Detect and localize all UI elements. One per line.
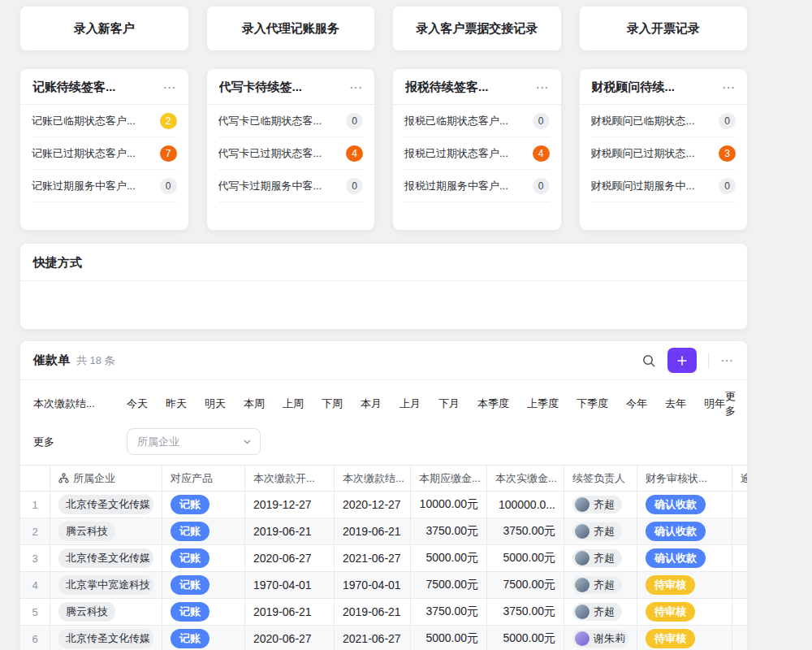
table-header-cell[interactable]: 财务审核状... bbox=[637, 466, 732, 491]
amount-due-cell[interactable]: 7500.00元 bbox=[411, 572, 487, 598]
status-badge[interactable]: 待审核 bbox=[646, 575, 695, 595]
end-date-cell[interactable]: 2020-12-27 bbox=[335, 492, 411, 518]
product-pill[interactable]: 记账 bbox=[171, 629, 209, 648]
end-date-cell[interactable]: 2019-06-21 bbox=[335, 599, 411, 625]
date-filter-option[interactable]: 明天 bbox=[205, 396, 226, 411]
status-badge[interactable]: 待审核 bbox=[646, 602, 695, 622]
company-pill[interactable]: 腾云科技 bbox=[58, 522, 115, 541]
stat-list-item[interactable]: 报税已过期状态客户...4 bbox=[404, 137, 550, 170]
stat-list-item[interactable]: 报税已临期状态客户...0 bbox=[404, 105, 550, 137]
table-header-cell[interactable]: 本次实缴金... bbox=[487, 466, 564, 491]
table-row[interactable]: 2腾云科技记账2019-06-212019-06-213750.00元3750.… bbox=[20, 518, 747, 545]
table-header-cell[interactable]: 对应产品 bbox=[162, 466, 245, 491]
company-pill[interactable]: 北京传圣文化传媒 bbox=[58, 495, 153, 514]
table-header-cell[interactable]: 所属企业 bbox=[50, 466, 162, 491]
owner-pill[interactable]: 齐超 bbox=[572, 576, 622, 594]
product-cell[interactable]: 记账 bbox=[162, 599, 245, 625]
company-cell[interactable]: 北京掌中宽途科技 bbox=[50, 572, 162, 598]
finance-status-cell[interactable]: 确认收款 bbox=[637, 545, 732, 571]
quick-action-button-2[interactable]: 录入代理记账服务 bbox=[207, 6, 375, 50]
company-pill[interactable]: 北京传圣文化传媒 bbox=[58, 629, 153, 648]
product-pill[interactable]: 记账 bbox=[171, 548, 209, 568]
amount-paid-cell[interactable]: 5000.00元 bbox=[487, 545, 564, 571]
company-pill[interactable]: 腾云科技 bbox=[58, 602, 115, 622]
amount-paid-cell[interactable]: 3750.00元 bbox=[487, 518, 564, 544]
stat-list-item[interactable]: 代写卡已临期状态客...0 bbox=[218, 105, 364, 137]
table-row[interactable]: 3北京传圣文化传媒记账2020-06-272021-06-275000.00元5… bbox=[20, 545, 747, 572]
date-filter-option[interactable]: 今天 bbox=[127, 396, 148, 411]
amount-due-cell[interactable]: 3750.00元 bbox=[411, 518, 487, 544]
owner-cell[interactable]: 齐超 bbox=[564, 572, 637, 598]
stat-list-item[interactable]: 代写卡已过期状态客...4 bbox=[218, 137, 364, 170]
stat-list-item[interactable]: 财税顾问已临期状态...0 bbox=[591, 105, 736, 137]
product-pill[interactable]: 记账 bbox=[171, 575, 209, 595]
date-filter-option[interactable]: 上月 bbox=[400, 396, 421, 411]
amount-paid-cell[interactable]: 3750.00元 bbox=[487, 599, 564, 625]
start-date-cell[interactable]: 2019-12-27 bbox=[245, 492, 335, 518]
amount-paid-cell[interactable]: 5000.00元 bbox=[487, 626, 564, 650]
table-header-cell[interactable]: 本次缴款开... bbox=[245, 466, 335, 491]
status-badge[interactable]: 确认收款 bbox=[646, 522, 706, 541]
status-badge[interactable]: 待审核 bbox=[646, 629, 695, 648]
more-icon[interactable]: ⋯ bbox=[163, 81, 177, 94]
quick-action-button-1[interactable]: 录入新客户 bbox=[20, 6, 188, 50]
start-date-cell[interactable]: 2020-06-27 bbox=[245, 626, 335, 650]
more-icon[interactable]: ⋯ bbox=[349, 81, 363, 94]
end-date-cell[interactable]: 2021-06-27 bbox=[335, 545, 411, 571]
product-pill[interactable]: 记账 bbox=[171, 522, 209, 541]
overdue-cell[interactable] bbox=[732, 626, 747, 650]
amount-paid-cell[interactable]: 7500.00元 bbox=[487, 572, 564, 598]
owner-pill[interactable]: 齐超 bbox=[572, 549, 622, 567]
stat-list-item[interactable]: 记账过期服务中客户...0 bbox=[32, 170, 177, 202]
amount-due-cell[interactable]: 3750.00元 bbox=[411, 599, 487, 625]
enterprise-select[interactable]: 所属企业 bbox=[127, 428, 261, 455]
finance-status-cell[interactable]: 待审核 bbox=[637, 626, 732, 650]
amount-due-cell[interactable]: 5000.00元 bbox=[411, 545, 487, 571]
overdue-cell[interactable] bbox=[732, 572, 747, 598]
end-date-cell[interactable]: 2021-06-27 bbox=[335, 626, 411, 650]
more-icon[interactable]: ⋯ bbox=[722, 81, 736, 94]
table-row[interactable]: 1北京传圣文化传媒记账2019-12-272020-12-2710000.00元… bbox=[20, 492, 747, 518]
date-filter-option[interactable]: 昨天 bbox=[166, 396, 187, 411]
date-filter-option[interactable]: 上季度 bbox=[527, 396, 559, 411]
amount-due-cell[interactable]: 10000.00元 bbox=[411, 492, 487, 518]
status-badge[interactable]: 确认收款 bbox=[646, 548, 706, 568]
table-row[interactable]: 6北京传圣文化传媒记账2020-06-272021-06-275000.00元5… bbox=[20, 626, 747, 650]
amount-paid-cell[interactable]: 100000.0... bbox=[487, 492, 564, 518]
date-filter-option[interactable]: 本月 bbox=[361, 396, 382, 411]
date-filter-option[interactable]: 下周 bbox=[322, 396, 343, 411]
start-date-cell[interactable]: 2019-06-21 bbox=[245, 599, 335, 625]
table-header-cell[interactable] bbox=[20, 466, 50, 491]
owner-pill[interactable]: 谢朱莉 bbox=[572, 630, 628, 648]
start-date-cell[interactable]: 2019-06-21 bbox=[245, 518, 335, 544]
overdue-cell[interactable] bbox=[732, 492, 747, 518]
product-cell[interactable]: 记账 bbox=[162, 545, 245, 571]
stat-list-item[interactable]: 记账已过期状态客户...7 bbox=[32, 137, 177, 170]
product-cell[interactable]: 记账 bbox=[162, 626, 245, 650]
product-pill[interactable]: 记账 bbox=[171, 602, 209, 622]
amount-due-cell[interactable]: 5000.00元 bbox=[411, 626, 487, 650]
add-record-button[interactable] bbox=[667, 348, 697, 373]
date-filter-option[interactable]: 本周 bbox=[244, 396, 265, 411]
owner-cell[interactable]: 齐超 bbox=[564, 492, 637, 518]
product-pill[interactable]: 记账 bbox=[171, 495, 209, 514]
quick-action-button-3[interactable]: 录入客户票据交接记录 bbox=[393, 6, 561, 50]
stat-list-item[interactable]: 财税顾问已过期状态...3 bbox=[591, 137, 736, 170]
date-filter-option[interactable]: 下月 bbox=[438, 396, 460, 411]
overdue-cell[interactable] bbox=[732, 599, 747, 625]
status-badge[interactable]: 确认收款 bbox=[646, 495, 706, 514]
company-cell[interactable]: 腾云科技 bbox=[50, 518, 162, 544]
start-date-cell[interactable]: 2020-06-27 bbox=[245, 545, 335, 571]
product-cell[interactable]: 记账 bbox=[162, 492, 245, 518]
end-date-cell[interactable]: 1970-04-01 bbox=[335, 572, 411, 598]
table-row[interactable]: 5腾云科技记账2019-06-212019-06-213750.00元3750.… bbox=[20, 599, 747, 626]
product-cell[interactable]: 记账 bbox=[162, 518, 245, 544]
date-filter-option[interactable]: 下季度 bbox=[577, 396, 608, 411]
table-header-cell[interactable]: 本次缴款结... bbox=[335, 466, 411, 491]
product-cell[interactable]: 记账 bbox=[162, 572, 245, 598]
stat-list-item[interactable]: 财税顾问过期服务中...0 bbox=[591, 170, 736, 202]
end-date-cell[interactable]: 2019-06-21 bbox=[335, 518, 411, 544]
overdue-cell[interactable] bbox=[732, 518, 747, 544]
company-pill[interactable]: 北京掌中宽途科技 bbox=[58, 575, 153, 595]
date-filter-option[interactable]: 去年 bbox=[665, 396, 686, 411]
